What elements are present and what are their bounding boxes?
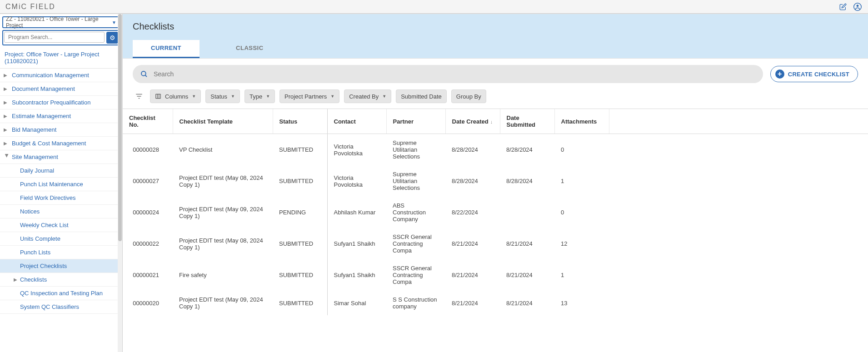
cell-status: SUBMITTED bbox=[273, 165, 327, 197]
gear-icon: ⚙ bbox=[110, 34, 115, 41]
th-date-created[interactable]: Date Created↓ bbox=[445, 109, 500, 134]
nav-document-management[interactable]: ▶Document Management bbox=[0, 82, 122, 96]
nav-sub-label: Project Checklists bbox=[20, 263, 67, 269]
cell-date-submitted bbox=[500, 197, 554, 228]
th-attachments[interactable]: Attachments bbox=[554, 109, 609, 134]
nav-field-work-directives[interactable]: Field Work Directives bbox=[0, 191, 122, 205]
table-row[interactable]: 00000028VP ChecklistSUBMITTEDVictoria Po… bbox=[123, 134, 868, 166]
cell-checklist-no: 00000021 bbox=[123, 259, 173, 291]
sidebar: ZZ - 110820021 - Office Tower - Large Pr… bbox=[0, 14, 123, 352]
tab-classic[interactable]: CLASSIC bbox=[218, 40, 282, 58]
cell-date-created: 8/21/2024 bbox=[445, 259, 500, 291]
caret-right-icon: ▶ bbox=[4, 86, 10, 91]
project-select[interactable]: ZZ - 110820021 - Office Tower - Large Pr… bbox=[2, 16, 120, 28]
nav-notices[interactable]: Notices bbox=[0, 205, 122, 218]
nav-weekly-check-list[interactable]: Weekly Check List bbox=[0, 218, 122, 232]
chevron-down-icon: ▼ bbox=[231, 94, 235, 99]
nav-sub-label: Punch Lists bbox=[20, 249, 50, 256]
filter-icon[interactable] bbox=[133, 90, 145, 103]
nav-sub-label: System QC Classifiers bbox=[20, 303, 79, 310]
th-spacer bbox=[609, 109, 868, 134]
brand-part2: FIELD bbox=[30, 3, 55, 10]
nav-project-checklists[interactable]: Project Checklists bbox=[0, 259, 122, 273]
table-row[interactable]: 00000020Project EDIT test (May 09, 2024 … bbox=[123, 291, 868, 315]
cell-template: Project EDIT test (May 08, 2024 Copy 1) bbox=[173, 165, 273, 197]
cell-partner: Supreme Utilitarian Selections bbox=[386, 134, 445, 166]
cell-spacer bbox=[609, 197, 868, 228]
nav-bid-management[interactable]: ▶Bid Management bbox=[0, 123, 122, 137]
nav-site-management[interactable]: ▶Site Management bbox=[0, 150, 122, 164]
chip-columns[interactable]: Columns ▼ bbox=[150, 89, 201, 103]
th-checklist-no[interactable]: Checklist No. bbox=[123, 109, 173, 134]
cell-date-submitted: 8/21/2024 bbox=[500, 291, 554, 315]
caret-right-icon: ▶ bbox=[14, 277, 20, 282]
cell-contact: Sufyan1 Shaikh bbox=[327, 259, 386, 291]
caret-right-icon: ▶ bbox=[4, 114, 10, 119]
nav-estimate-management[interactable]: ▶Estimate Management bbox=[0, 109, 122, 123]
cell-spacer bbox=[609, 165, 868, 197]
th-date-submitted[interactable]: Date Submitted bbox=[500, 109, 554, 134]
nav-communication-management[interactable]: ▶Communication Management bbox=[0, 69, 122, 82]
table-row[interactable]: 00000021Fire safetySUBMITTEDSufyan1 Shai… bbox=[123, 259, 868, 291]
project-label[interactable]: Project: Office Tower - Large Project (1… bbox=[0, 47, 122, 69]
nav-label: Bid Management bbox=[12, 126, 56, 133]
search-input[interactable] bbox=[154, 70, 756, 78]
gear-button[interactable]: ⚙ bbox=[106, 32, 118, 44]
cell-template: Project EDIT test (May 08, 2024 Copy 1) bbox=[173, 228, 273, 259]
th-label: Status bbox=[279, 118, 298, 125]
chip-group-by[interactable]: Group By bbox=[451, 89, 486, 103]
nav-label: Subcontractor Prequalification bbox=[12, 99, 90, 106]
nav-subcontractor-prequalification[interactable]: ▶Subcontractor Prequalification bbox=[0, 96, 122, 109]
chip-project-partners[interactable]: Project Partners ▼ bbox=[279, 89, 339, 103]
caret-right-icon: ▶ bbox=[4, 100, 10, 105]
columns-icon bbox=[155, 93, 161, 99]
chip-status[interactable]: Status ▼ bbox=[205, 89, 240, 103]
th-label: Partner bbox=[393, 118, 414, 125]
page-header: Checklists CURRENT CLASSIC bbox=[123, 14, 868, 59]
chip-label: Type bbox=[249, 93, 262, 100]
th-status[interactable]: Status bbox=[273, 109, 327, 134]
tab-current[interactable]: CURRENT bbox=[133, 40, 200, 58]
cell-attachments: 13 bbox=[554, 291, 609, 315]
nav-system-qc-classifiers[interactable]: System QC Classifiers bbox=[0, 300, 122, 314]
nav-punch-list-maintenance[interactable]: Punch List Maintenance bbox=[0, 178, 122, 191]
nav-qc-inspection-testing-plan[interactable]: QC Inspection and Testing Plan bbox=[0, 287, 122, 300]
nav-daily-journal[interactable]: Daily Journal bbox=[0, 164, 122, 178]
th-contact[interactable]: Contact bbox=[327, 109, 386, 134]
cell-contact: Victoria Povolotska bbox=[327, 134, 386, 166]
nav-label: Communication Management bbox=[12, 72, 89, 79]
chip-submitted-date[interactable]: Submitted Date bbox=[396, 89, 447, 103]
chip-created-by[interactable]: Created By ▼ bbox=[344, 89, 391, 103]
th-partner[interactable]: Partner bbox=[386, 109, 445, 134]
plus-circle-icon: + bbox=[775, 69, 784, 79]
cell-template: Fire safety bbox=[173, 259, 273, 291]
nav-punch-lists[interactable]: Punch Lists bbox=[0, 246, 122, 259]
user-icon[interactable] bbox=[853, 2, 863, 12]
scrollbar-thumb[interactable] bbox=[118, 14, 122, 241]
chevron-down-icon: ▼ bbox=[330, 94, 334, 99]
chevron-down-icon: ▼ bbox=[112, 20, 116, 25]
nav-checklists[interactable]: ▶Checklists bbox=[0, 273, 122, 287]
program-search-input[interactable] bbox=[4, 32, 105, 43]
search-pill[interactable] bbox=[133, 65, 763, 83]
table-row[interactable]: 00000024Project EDIT test (May 09, 2024 … bbox=[123, 197, 868, 228]
table-wrap[interactable]: Checklist No. Checklist Template Status … bbox=[123, 109, 868, 352]
th-label: Attachments bbox=[561, 118, 597, 125]
chip-label: Status bbox=[210, 93, 227, 100]
cell-date-submitted: 8/28/2024 bbox=[500, 165, 554, 197]
table-header-row: Checklist No. Checklist Template Status … bbox=[123, 109, 868, 134]
table-row[interactable]: 00000022Project EDIT test (May 08, 2024 … bbox=[123, 228, 868, 259]
create-checklist-button[interactable]: + CREATE CHECKLIST bbox=[770, 66, 858, 82]
edit-icon[interactable] bbox=[838, 2, 848, 12]
th-checklist-template[interactable]: Checklist Template bbox=[173, 109, 273, 134]
nav-label: Site Management bbox=[12, 154, 58, 160]
svg-point-1 bbox=[857, 5, 859, 7]
sidebar-scrollbar[interactable] bbox=[118, 14, 122, 352]
chip-label: Group By bbox=[456, 93, 481, 100]
table-row[interactable]: 00000027Project EDIT test (May 08, 2024 … bbox=[123, 165, 868, 197]
cell-checklist-no: 00000027 bbox=[123, 165, 173, 197]
chip-type[interactable]: Type ▼ bbox=[244, 89, 275, 103]
nav-units-complete[interactable]: Units Complete bbox=[0, 232, 122, 246]
nav-budget-cost-management[interactable]: ▶Budget & Cost Management bbox=[0, 137, 122, 150]
cell-date-submitted: 8/28/2024 bbox=[500, 134, 554, 166]
